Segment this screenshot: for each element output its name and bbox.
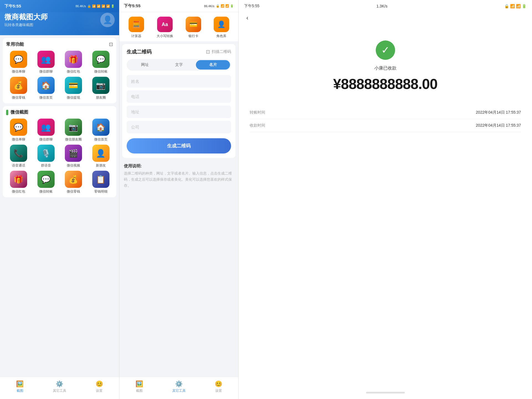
- tab-text[interactable]: 文字: [162, 60, 196, 70]
- bottom-nav-2: 🖼️ 截图 ⚙️ 其它工具 😊 设置: [119, 377, 238, 399]
- icon-item-wechat-group[interactable]: 👥 微信群聊: [34, 51, 58, 74]
- nav-icon-settings-1: 😊: [96, 380, 103, 388]
- section-header-common: 常用功能 ⊡: [6, 41, 113, 47]
- status-bar-3: 下午5:55 1.3K/s 🔒 📶 📶 🔋: [239, 0, 532, 12]
- icon-item-video[interactable]: 🎬 微信视频: [61, 145, 86, 168]
- instructions: 使用说明: 选择二维码的种类，网址，文字或者名片。输入信息，点击生成二维码，生成…: [122, 163, 236, 189]
- nav-label-settings-2: 设置: [215, 388, 222, 393]
- app-title: 微商截图大师: [4, 12, 48, 22]
- nav-item-screenshot-1[interactable]: 🖼️ 截图: [0, 380, 40, 396]
- status-icons-3: 🔒 📶 📶 🔋: [504, 4, 526, 8]
- status-icons-2: 86.4K/s 🔒 📶 📶 🔋: [204, 4, 234, 8]
- recipient-name: 小康已收款: [374, 65, 397, 71]
- nav-icon-settings-2: 😊: [215, 380, 222, 388]
- icon-item-wechat-chat[interactable]: 💬 微信单聊: [6, 51, 31, 74]
- icon-box-wechat-home: 🏠: [37, 77, 55, 94]
- tab-text-label: 文字: [175, 62, 183, 67]
- icon-item-w-wallet2[interactable]: 💰 微信零钱: [61, 171, 86, 194]
- icon-label-new-friend: 新朋友: [96, 163, 106, 168]
- input-address[interactable]: [127, 106, 231, 118]
- icon-box-wechat-group: 👥: [37, 51, 55, 68]
- icon-item-wechat-home[interactable]: 🏠 微信首页: [34, 77, 58, 100]
- tool-calculator[interactable]: 🧮 计算器: [129, 17, 144, 39]
- edit-icon-common[interactable]: ⊡: [109, 41, 113, 47]
- tool-label-calculator: 计算器: [131, 34, 141, 39]
- icon-box-w-redpack: 🎁: [10, 171, 27, 188]
- icon-item-w-transfer2[interactable]: 💬 微信转账: [34, 171, 58, 194]
- back-arrow[interactable]: ‹: [244, 12, 250, 24]
- main-scroll-1: 常用功能 ⊡ 💬 微信单聊 👥 微信群聊 🎁 微信红包 💬 微: [0, 35, 119, 399]
- icon-item-wechat-transfer[interactable]: 💬 微信转账: [88, 51, 113, 74]
- icon-label-video: 微信视频: [67, 163, 80, 168]
- transfer-time-row: 转账时间 2022年04月14日 17:55:37: [250, 106, 521, 119]
- section-dot: [6, 110, 8, 115]
- tool-icon-bank-card: 💳: [186, 17, 201, 32]
- tool-role-lib[interactable]: 👤 角色库: [214, 17, 229, 39]
- icon-box-group-voice: 🎙️: [37, 145, 55, 162]
- receipt-time-row: 收款时间 2022年04月14日 17:55:37: [250, 119, 521, 132]
- tab-url-label: 网址: [141, 62, 149, 67]
- nav-item-settings-1[interactable]: 😊 设置: [80, 380, 119, 396]
- generate-qr-button[interactable]: 生成二维码: [127, 138, 231, 154]
- icon-box-w-chat: 💬: [10, 119, 27, 136]
- nav-item-settings-2[interactable]: 😊 设置: [199, 380, 238, 396]
- input-phone[interactable]: [127, 90, 231, 103]
- tab-url[interactable]: 网址: [128, 60, 162, 70]
- nav-icon-tools-2: ⚙️: [175, 380, 183, 388]
- nav-label-screenshot-1: 截图: [17, 388, 23, 393]
- nav-label-screenshot-2: 截图: [136, 388, 143, 393]
- app-subtitle: 玩转各类趣味截图: [4, 22, 48, 27]
- icon-item-w-chat[interactable]: 💬 微信单聊: [6, 119, 31, 142]
- tab-card[interactable]: 名片: [196, 60, 230, 70]
- qr-tabs: 网址 文字 名片: [127, 59, 231, 71]
- icon-item-wechat-redpack[interactable]: 🎁 微信红包: [61, 51, 86, 74]
- app-title-group: 微商截图大师 玩转各类趣味截图: [4, 12, 48, 27]
- network-speed-1: 86.4K/s: [75, 4, 86, 8]
- nav-label-tools-2: 其它工具: [172, 388, 186, 393]
- icon-item-w-home[interactable]: 🏠 微信首页: [88, 119, 113, 142]
- nav-item-tools-1[interactable]: ⚙️ 其它工具: [40, 380, 79, 396]
- qr-scan-btn[interactable]: ⊡ 扫描二维码: [206, 49, 231, 55]
- nav-icon-screenshot-2: 🖼️: [135, 380, 143, 388]
- icon-item-wechat-withdraw[interactable]: 💳 微信提现: [61, 77, 86, 100]
- icon-box-w-transfer2: 💬: [37, 171, 55, 188]
- time-3: 下午5:55: [244, 4, 259, 9]
- icon-item-w-group[interactable]: 👥 微信群聊: [34, 119, 58, 142]
- input-name[interactable]: [127, 75, 231, 88]
- time-1: 下午5:55: [4, 4, 21, 9]
- icon-box-w-home: 🏠: [92, 119, 109, 136]
- icon-item-w-redpack[interactable]: 🎁 微信红包: [6, 171, 31, 194]
- panel-2: 下午5:55 86.4K/s 🔒 📶 📶 🔋 🧮 计算器 Aa 大小写转换 💳 …: [119, 0, 238, 399]
- qr-scan-icon: ⊡: [206, 49, 210, 55]
- icon-label-wechat-wallet: 微信零钱: [12, 95, 25, 100]
- receipt-content: ✓ 小康已收款 ¥8888888888.00 转账时间 2022年04月14日 …: [239, 24, 532, 386]
- bottom-nav-1: 🖼️ 截图 ⚙️ 其它工具 😊 设置: [0, 377, 119, 399]
- transfer-time-value: 2022年04月14日 17:55:37: [476, 110, 521, 115]
- common-grid: 💬 微信单聊 👥 微信群聊 🎁 微信红包 💬 微信转账 💰 微信零: [6, 51, 113, 100]
- icon-box-w-wallet2: 💰: [65, 171, 82, 188]
- icon-box-voice-call: 📞: [10, 145, 27, 162]
- icon-item-w-moments[interactable]: 📷 微信朋友圈: [61, 119, 86, 142]
- icon-label-w-redpack: 微信红包: [12, 189, 25, 194]
- common-functions-card: 常用功能 ⊡ 💬 微信单聊 👥 微信群聊 🎁 微信红包 💬 微: [3, 38, 116, 103]
- nav-item-screenshot-2[interactable]: 🖼️ 截图: [119, 380, 159, 396]
- icon-item-group-voice[interactable]: 🎙️ 群语音: [34, 145, 58, 168]
- success-checkmark: ✓: [381, 44, 390, 56]
- icon-label-voice-call: 语音通话: [12, 163, 25, 168]
- icon-box-new-friend: 👤: [92, 145, 109, 162]
- wechat-screenshot-card: 微信截图 💬 微信单聊 👥 微信群聊 📷 微信朋友圈 🏠 微: [3, 106, 116, 197]
- icon-label-w-wallet2: 微信零钱: [67, 189, 80, 194]
- input-company[interactable]: [127, 121, 231, 133]
- icon-item-moments[interactable]: 📷 朋友圈: [88, 77, 113, 100]
- icon-item-wechat-wallet[interactable]: 💰 微信零钱: [6, 77, 31, 100]
- tool-case-convert[interactable]: Aa 大小写转换: [157, 17, 173, 39]
- time-2: 下午5:55: [124, 3, 140, 9]
- icon-item-wallet-detail[interactable]: 📋 零钱明细: [88, 171, 113, 194]
- icon-box-wechat-redpack: 🎁: [65, 51, 82, 68]
- nav-item-tools-2[interactable]: ⚙️ 其它工具: [159, 380, 199, 396]
- tool-label-bank-card: 银行卡: [188, 34, 198, 39]
- tool-bank-card[interactable]: 💳 银行卡: [186, 17, 201, 39]
- icon-item-voice-call[interactable]: 📞 语音通话: [6, 145, 31, 168]
- icon-item-new-friend[interactable]: 👤 新朋友: [88, 145, 113, 168]
- transfer-time-label: 转账时间: [250, 110, 265, 115]
